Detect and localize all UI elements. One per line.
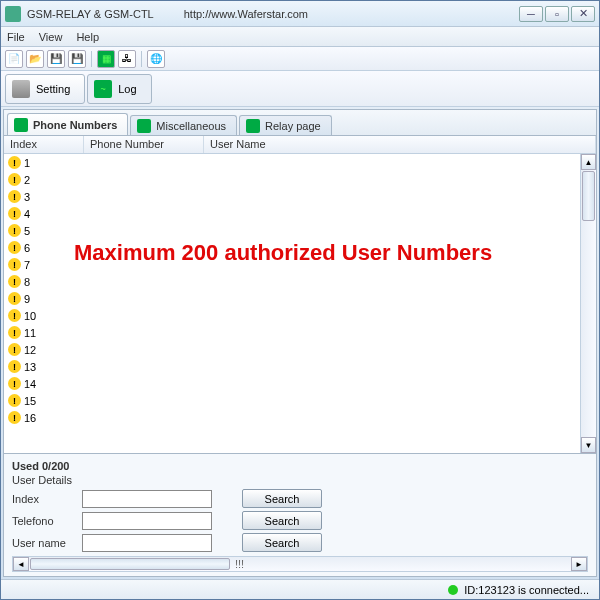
horizontal-scrollbar[interactable]: ◄ !!! ► <box>12 556 588 572</box>
warning-icon: ! <box>8 275 21 288</box>
list-header: Index Phone Number User Name <box>4 136 596 154</box>
status-dot-icon <box>448 585 458 595</box>
row-index: 14 <box>24 378 36 390</box>
tab-icon <box>137 119 151 133</box>
warning-icon: ! <box>8 326 21 339</box>
connect-icon[interactable]: 🖧 <box>118 50 136 68</box>
search-telefono-button[interactable]: Search <box>242 511 322 530</box>
warning-icon: ! <box>8 156 21 169</box>
close-button[interactable]: ✕ <box>571 6 595 22</box>
row-index: 16 <box>24 412 36 424</box>
wrench-icon <box>12 80 30 98</box>
table-row[interactable]: !4 <box>4 205 580 222</box>
table-row[interactable]: !12 <box>4 341 580 358</box>
titlebar[interactable]: GSM-RELAY & GSM-CTL http://www.Waferstar… <box>1 1 599 27</box>
table-row[interactable]: !9 <box>4 290 580 307</box>
index-label: Index <box>12 493 82 505</box>
warning-icon: ! <box>8 292 21 305</box>
row-index: 10 <box>24 310 36 322</box>
scroll-up-icon[interactable]: ▲ <box>581 154 596 170</box>
row-index: 12 <box>24 344 36 356</box>
table-row[interactable]: !8 <box>4 273 580 290</box>
used-counter: Used 0/200 <box>12 460 588 472</box>
globe-icon[interactable]: 🌐 <box>147 50 165 68</box>
window-title: GSM-RELAY & GSM-CTL <box>27 8 154 20</box>
save-all-icon[interactable]: 💾 <box>68 50 86 68</box>
row-index: 13 <box>24 361 36 373</box>
content-area: Phone Numbers Miscellaneous Relay page I… <box>3 109 597 577</box>
warning-icon: ! <box>8 190 21 203</box>
row-index: 8 <box>24 276 30 288</box>
vertical-scrollbar[interactable]: ▲ ▼ <box>580 154 596 453</box>
warning-icon: ! <box>8 309 21 322</box>
wave-icon: ~ <box>94 80 112 98</box>
minimize-button[interactable]: ─ <box>519 6 543 22</box>
log-tab[interactable]: ~ Log <box>87 74 151 104</box>
maximize-button[interactable]: ▫ <box>545 6 569 22</box>
scroll-thumb[interactable] <box>30 558 230 570</box>
search-username-button[interactable]: Search <box>242 533 322 552</box>
scroll-down-icon[interactable]: ▼ <box>581 437 596 453</box>
tab-icon <box>246 119 260 133</box>
tab-relay-page[interactable]: Relay page <box>239 115 332 135</box>
table-row[interactable]: !5 <box>4 222 580 239</box>
username-label: User name <box>12 537 82 549</box>
menu-file[interactable]: File <box>7 31 25 43</box>
col-phone[interactable]: Phone Number <box>84 136 204 153</box>
tab-phone-numbers[interactable]: Phone Numbers <box>7 113 128 135</box>
row-index: 4 <box>24 208 30 220</box>
row-index: 15 <box>24 395 36 407</box>
scroll-thumb[interactable] <box>582 171 595 221</box>
row-index: 1 <box>24 157 30 169</box>
scroll-left-icon[interactable]: ◄ <box>13 557 29 571</box>
table-row[interactable]: !10 <box>4 307 580 324</box>
table-row[interactable]: !1 <box>4 154 580 171</box>
app-window: GSM-RELAY & GSM-CTL http://www.Waferstar… <box>0 0 600 600</box>
menubar: File View Help <box>1 27 599 47</box>
separator <box>91 51 92 67</box>
setting-tab[interactable]: Setting <box>5 74 85 104</box>
table-row[interactable]: !2 <box>4 171 580 188</box>
col-index[interactable]: Index <box>4 136 84 153</box>
search-index-button[interactable]: Search <box>242 489 322 508</box>
window-url: http://www.Waferstar.com <box>184 8 519 20</box>
bottom-panel: Used 0/200 User Details Index Search Tel… <box>4 453 596 576</box>
table-row[interactable]: !15 <box>4 392 580 409</box>
index-input[interactable] <box>82 490 212 508</box>
tab-miscellaneous[interactable]: Miscellaneous <box>130 115 237 135</box>
warning-icon: ! <box>8 343 21 356</box>
warning-icon: ! <box>8 224 21 237</box>
list-body: !1!2!3!4!5!6!7!8!9!10!11!12!13!14!15!16 … <box>4 154 596 453</box>
col-user[interactable]: User Name <box>204 136 596 153</box>
table-row[interactable]: !11 <box>4 324 580 341</box>
warning-icon: ! <box>8 258 21 271</box>
toolbar: 📄 📂 💾 💾 ▦ 🖧 🌐 <box>1 47 599 71</box>
scroll-right-icon[interactable]: ► <box>571 557 587 571</box>
warning-icon: ! <box>8 411 21 424</box>
menu-view[interactable]: View <box>39 31 63 43</box>
warning-icon: ! <box>8 377 21 390</box>
menu-help[interactable]: Help <box>76 31 99 43</box>
warning-icon: ! <box>8 360 21 373</box>
table-row[interactable]: !13 <box>4 358 580 375</box>
user-details-label: User Details <box>12 474 588 486</box>
status-text: ID:123123 is connected... <box>464 584 589 596</box>
table-row[interactable]: !3 <box>4 188 580 205</box>
telefono-input[interactable] <box>82 512 212 530</box>
new-icon[interactable]: 📄 <box>5 50 23 68</box>
row-index: 11 <box>24 327 36 339</box>
sub-tabs: Phone Numbers Miscellaneous Relay page <box>4 110 596 136</box>
table-row[interactable]: !14 <box>4 375 580 392</box>
open-icon[interactable]: 📂 <box>26 50 44 68</box>
mode-tabs: Setting ~ Log <box>1 71 599 107</box>
overlay-text: Maximum 200 authorized User Numbers <box>74 240 492 266</box>
username-input[interactable] <box>82 534 212 552</box>
device-icon[interactable]: ▦ <box>97 50 115 68</box>
table-row[interactable]: !16 <box>4 409 580 426</box>
warning-icon: ! <box>8 207 21 220</box>
row-index: 9 <box>24 293 30 305</box>
save-icon[interactable]: 💾 <box>47 50 65 68</box>
telefono-label: Telefono <box>12 515 82 527</box>
warning-icon: ! <box>8 241 21 254</box>
row-index: 5 <box>24 225 30 237</box>
